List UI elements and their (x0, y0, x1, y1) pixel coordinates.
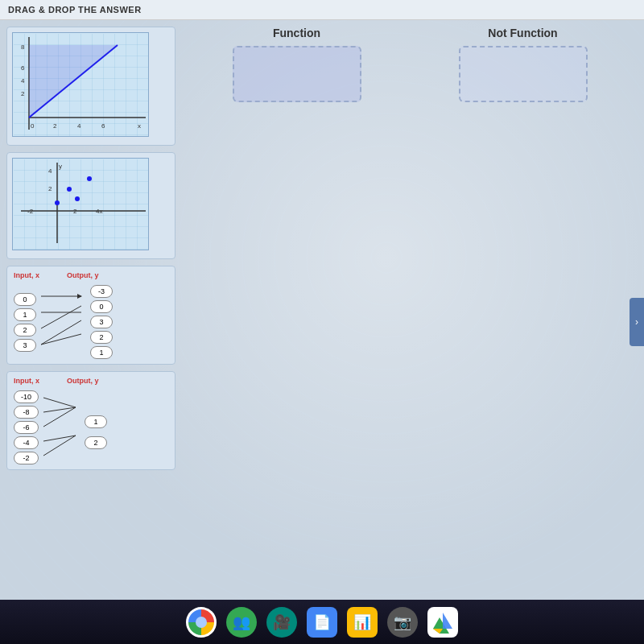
mapping2-inputs: -10 -8 -6 -4 -2 (14, 390, 39, 464)
mapping2-input-2: -6 (14, 421, 39, 434)
taskbar-meet-icon[interactable]: 🎥 (266, 607, 297, 638)
svg-text:6: 6 (21, 64, 25, 72)
slides-icon-glyph: 📊 (353, 613, 371, 631)
taskbar-slides-icon[interactable]: 📊 (347, 607, 378, 638)
not-function-column: Not Function (416, 27, 630, 609)
svg-point-25 (67, 187, 72, 192)
svg-line-36 (43, 407, 76, 427)
svg-line-33 (41, 334, 81, 345)
svg-text:2: 2 (21, 90, 25, 97)
mapping1-output-label: Output, y (67, 271, 99, 279)
svg-text:4x: 4x (96, 208, 102, 215)
svg-text:4: 4 (77, 122, 81, 130)
taskbar: 👥 🎥 📄 📊 📷 (0, 600, 644, 644)
not-function-title: Not Function (488, 27, 557, 39)
mapping1-input-2: 2 (14, 324, 36, 336)
function-title: Function (273, 27, 320, 39)
function-column: Function (190, 27, 403, 609)
mapping1-output-4: 1 (90, 346, 113, 359)
taskbar-chrome-icon[interactable] (186, 607, 217, 638)
main-area: 8 6 4 2 0 2 4 6 x (0, 20, 644, 616)
mapping1-item[interactable]: Input, x Output, y 0 1 2 3 (6, 266, 175, 365)
chrome-center (196, 617, 207, 628)
mapping2-output-1: 2 (85, 436, 107, 449)
svg-text:8: 8 (21, 43, 25, 51)
mapping2-outputs: 1 2 (85, 415, 107, 449)
mapping1-output-2: 3 (90, 316, 113, 328)
svg-point-28 (75, 196, 80, 201)
drive-icon-svg (431, 611, 454, 634)
svg-text:2: 2 (53, 122, 57, 130)
svg-text:0: 0 (31, 122, 35, 130)
mapping1-input-1: 1 (14, 308, 36, 321)
svg-text:2: 2 (73, 208, 77, 215)
taskbar-people-icon[interactable]: 👥 (226, 607, 257, 638)
mapping1-output-3: 2 (90, 331, 113, 344)
mapping2-arrows (43, 391, 80, 464)
graph1-item[interactable]: 8 6 4 2 0 2 4 6 x (6, 27, 175, 146)
mapping2-input-1: -8 (14, 406, 39, 419)
people-icon-glyph: 👥 (233, 613, 250, 631)
graph2-svg: 4 2 -2 2 4x y (12, 158, 149, 250)
header-bar: DRAG & DROP THE ANSWER (0, 0, 644, 20)
mapping1-arrows (41, 290, 85, 354)
svg-line-34 (43, 398, 76, 407)
svg-line-31 (41, 306, 81, 328)
taskbar-docs-icon[interactable]: 📄 (307, 607, 337, 638)
right-arrow-button[interactable]: › (630, 298, 644, 346)
right-area: Function Not Function (182, 27, 638, 609)
mapping1-input-0: 0 (14, 293, 36, 306)
not-function-dropzone[interactable] (459, 46, 588, 102)
svg-line-35 (43, 407, 76, 412)
taskbar-camera-icon[interactable]: 📷 (387, 607, 418, 638)
mapping2-input-3: -4 (14, 436, 39, 449)
mapping2-output-label: Output, y (67, 377, 99, 385)
svg-point-27 (55, 200, 60, 205)
mapping2-input-label: Input, x (14, 377, 39, 385)
mapping1-input-label: Input, x (14, 271, 39, 279)
graph2-item[interactable]: 4 2 -2 2 4x y (6, 152, 175, 259)
drag-drop-label: DRAG & DROP THE ANSWER (8, 5, 142, 14)
mapping2-output-0: 1 (85, 415, 107, 428)
svg-text:4: 4 (48, 167, 52, 175)
graph1-svg: 8 6 4 2 0 2 4 6 x (12, 32, 149, 137)
mapping1-output-0: -3 (90, 285, 113, 298)
mapping2-item[interactable]: Input, x Output, y -10 -8 -6 -4 -2 (6, 371, 175, 470)
svg-text:y: y (59, 163, 62, 170)
svg-text:6: 6 (101, 122, 105, 130)
svg-text:4: 4 (21, 77, 25, 85)
meet-icon-glyph: 🎥 (273, 613, 291, 631)
mapping2-input-4: -2 (14, 452, 39, 464)
svg-text:2: 2 (48, 185, 52, 192)
mapping1-input-3: 3 (14, 339, 36, 352)
function-dropzone[interactable] (233, 46, 361, 102)
camera-icon-glyph: 📷 (394, 613, 411, 631)
svg-text:x: x (138, 122, 141, 130)
svg-rect-16 (14, 159, 149, 250)
taskbar-drive-icon[interactable] (427, 607, 458, 638)
mapping1-outputs: -3 0 3 2 1 (90, 285, 113, 359)
mapping1-output-1: 0 (90, 300, 113, 313)
svg-line-32 (41, 320, 81, 345)
mapping2-input-0: -10 (14, 390, 39, 403)
svg-marker-41 (443, 613, 452, 629)
left-panel: 8 6 4 2 0 2 4 6 x (6, 27, 175, 609)
right-arrow-icon: › (635, 316, 638, 328)
docs-icon-glyph: 📄 (313, 613, 331, 631)
svg-text:-2: -2 (27, 208, 34, 215)
svg-point-26 (87, 176, 92, 181)
mapping1-inputs: 0 1 2 3 (14, 293, 36, 352)
